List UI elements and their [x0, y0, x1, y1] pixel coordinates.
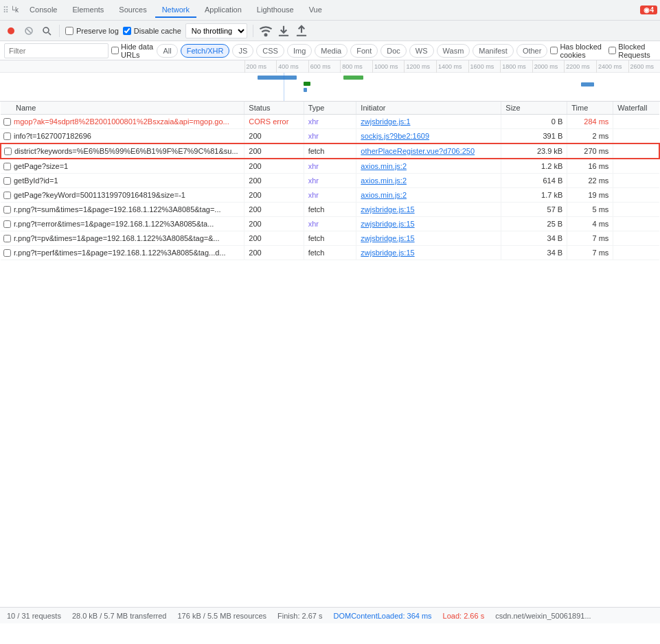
network-table: Name Status Type Initiator Size Time Wat… — [0, 102, 660, 260]
disable-cache-checkbox[interactable] — [123, 27, 131, 35]
preserve-log-checkbox-label[interactable]: Preserve log — [65, 27, 119, 35]
header-size[interactable]: Size — [501, 102, 567, 115]
cell-initiator[interactable]: zwjsbridge.js:15 — [356, 231, 501, 246]
header-waterfall[interactable]: Waterfall — [613, 102, 659, 115]
filter-type-all[interactable]: All — [157, 44, 177, 58]
table-row[interactable]: getPage?size=1200xhraxios.min.js:21.2 kB… — [1, 159, 659, 174]
table-row[interactable]: info?t=1627007182696200xhrsockjs.js?9be2… — [1, 129, 659, 144]
cell-waterfall — [613, 159, 659, 174]
row-checkbox[interactable] — [3, 235, 11, 242]
tab-console[interactable]: Console — [23, 3, 64, 18]
search-button[interactable] — [40, 24, 54, 38]
wifi-icon-button[interactable] — [259, 24, 273, 38]
ruler-1600ms: 1600 ms — [468, 60, 501, 73]
tab-vue[interactable]: Vue — [302, 3, 329, 18]
table-row[interactable]: getById?id=1200xhraxios.min.js:2614 B22 … — [1, 174, 659, 188]
cell-initiator[interactable]: axios.min.js:2 — [356, 159, 501, 174]
cell-status: CORS error — [244, 115, 304, 129]
header-status[interactable]: Status — [244, 102, 304, 115]
throttle-select[interactable]: No throttling Fast 3G Slow 3G Offline — [185, 23, 247, 38]
cell-status: 200 — [244, 174, 304, 188]
cell-size: 34 B — [501, 231, 567, 246]
row-checkbox[interactable] — [3, 192, 11, 199]
cell-initiator[interactable]: axios.min.js:2 — [356, 188, 501, 203]
tab-application[interactable]: Application — [198, 3, 249, 18]
has-blocked-cookies-label[interactable]: Has blocked cookies — [550, 43, 603, 59]
ruler-1000ms: 1000 ms — [372, 60, 405, 73]
filter-type-ws[interactable]: WS — [409, 44, 434, 58]
cell-initiator[interactable]: zwjsbridge.js:15 — [356, 246, 501, 260]
tab-elements[interactable]: Elements — [65, 3, 111, 18]
row-checkbox[interactable] — [3, 220, 11, 228]
waterfall-bar-2 — [304, 82, 310, 86]
cell-type: xhr — [304, 129, 356, 144]
row-checkbox[interactable] — [3, 206, 11, 214]
row-checkbox[interactable] — [3, 177, 11, 185]
filter-type-doc[interactable]: Doc — [380, 44, 407, 58]
tab-network[interactable]: Network — [155, 3, 196, 18]
table-row[interactable]: r.png?t=sum&times=1&page=192.168.1.122%3… — [1, 203, 659, 217]
blocked-requests-checkbox[interactable] — [608, 47, 616, 54]
filter-type-manifest[interactable]: Manifest — [473, 44, 514, 58]
tab-lighthouse[interactable]: Lighthouse — [250, 3, 301, 18]
table-row[interactable]: r.png?t=error&times=1&page=192.168.1.122… — [1, 217, 659, 231]
filter-input[interactable] — [4, 43, 109, 58]
svg-rect-6 — [279, 34, 288, 36]
cell-type: xhr — [304, 217, 356, 231]
cell-size: 614 B — [501, 174, 567, 188]
table-body: mgop?ak=94sdprt8%2B2001000801%2Bsxzaia&a… — [1, 115, 659, 260]
hide-data-urls-label[interactable]: Hide data URLs — [111, 43, 154, 59]
devtools-tabs: ⠿ └k Console Elements Sources Network Ap… — [0, 0, 660, 21]
row-checkbox[interactable] — [3, 118, 11, 126]
cell-name-container: r.png?t=sum&times=1&page=192.168.1.122%3… — [1, 203, 244, 217]
row-checkbox[interactable] — [4, 148, 12, 155]
timeline-cursor — [284, 73, 284, 102]
export-button[interactable] — [295, 24, 308, 38]
clear-button[interactable] — [22, 24, 36, 38]
filter-type-wasm[interactable]: Wasm — [437, 44, 470, 58]
filter-type-js[interactable]: JS — [232, 44, 253, 58]
network-table-wrapper: Name Status Type Initiator Size Time Wat… — [0, 102, 660, 607]
filter-type-fetch-xhr[interactable]: Fetch/XHR — [181, 44, 230, 58]
cell-time: 22 ms — [567, 174, 613, 188]
table-row[interactable]: getPage?keyWord=500113199709164819&size=… — [1, 188, 659, 203]
table-row[interactable]: r.png?t=perf&times=1&page=192.168.1.122%… — [1, 246, 659, 260]
disable-cache-checkbox-label[interactable]: Disable cache — [123, 27, 181, 35]
cell-name-text: getPage?size=1 — [14, 162, 68, 170]
cell-name-text: r.png?t=perf&times=1&page=192.168.1.122%… — [14, 249, 226, 257]
cell-initiator[interactable]: otherPlaceRegister.vue?d706:250 — [356, 143, 501, 159]
filter-type-media[interactable]: Media — [315, 44, 348, 58]
table-row[interactable]: r.png?t=pv&times=1&page=192.168.1.122%3A… — [1, 231, 659, 246]
cell-initiator[interactable]: zwjsbridge.js:15 — [356, 203, 501, 217]
header-name[interactable]: Name — [1, 102, 244, 115]
svg-line-4 — [49, 32, 52, 35]
table-row[interactable]: mgop?ak=94sdprt8%2B2001000801%2Bsxzaia&a… — [1, 115, 659, 129]
row-checkbox[interactable] — [3, 249, 11, 257]
cell-initiator[interactable]: zwjsbridge.js:15 — [356, 217, 501, 231]
header-initiator[interactable]: Initiator — [356, 102, 501, 115]
row-checkbox[interactable] — [3, 133, 11, 140]
header-type[interactable]: Type — [304, 102, 356, 115]
waterfall-bar-fetch — [343, 76, 363, 80]
header-time[interactable]: Time — [567, 102, 613, 115]
cell-size: 1.2 kB — [501, 159, 567, 174]
cell-initiator[interactable]: sockjs.js?9be2:1609 — [356, 129, 501, 144]
tab-sources[interactable]: Sources — [112, 3, 153, 18]
drag-handle[interactable]: ⠿ — [3, 5, 9, 15]
cell-waterfall — [613, 188, 659, 203]
import-button[interactable] — [277, 24, 291, 38]
cell-initiator[interactable]: axios.min.js:2 — [356, 174, 501, 188]
filter-type-css[interactable]: CSS — [256, 44, 284, 58]
filter-type-other[interactable]: Other — [516, 44, 548, 58]
hide-data-urls-checkbox[interactable] — [111, 47, 119, 54]
blocked-requests-label[interactable]: Blocked Requests — [608, 43, 656, 59]
record-button[interactable] — [4, 24, 18, 38]
cell-initiator[interactable]: zwjsbridge.js:1 — [356, 115, 501, 129]
has-blocked-cookies-checkbox[interactable] — [550, 47, 558, 54]
table-row[interactable]: district?keywords=%E6%B5%99%E6%B1%9F%E7%… — [1, 143, 659, 159]
row-checkbox[interactable] — [3, 163, 11, 170]
filter-type-font[interactable]: Font — [350, 44, 378, 58]
cell-name-text: district?keywords=%E6%B5%99%E6%B1%9F%E7%… — [14, 147, 238, 155]
filter-type-img[interactable]: Img — [287, 44, 312, 58]
preserve-log-checkbox[interactable] — [65, 27, 73, 35]
